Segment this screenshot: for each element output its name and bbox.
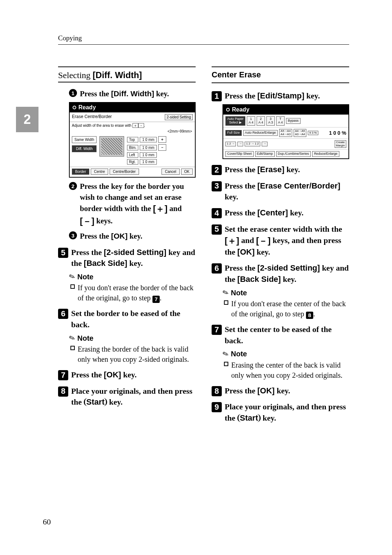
start-key-icon: Start <box>237 414 261 422</box>
pencil-icon: ✎ <box>68 333 76 343</box>
r-step-5: 5 Set the erase center width with the [＋… <box>212 224 349 258</box>
two-sided-setting-button[interactable]: 2-sided Setting <box>165 114 193 120</box>
tray-t-button[interactable]: TA 4 <box>276 116 285 126</box>
rgt-value: 1 0 mm <box>140 159 157 165</box>
ratio-preset-1[interactable]: A5→A4 A4→A3 <box>279 129 292 137</box>
cover-slip-sheet-button[interactable]: Cover/Slip Sheet <box>225 151 254 157</box>
duplex-icon-4[interactable]: → <box>262 142 268 146</box>
tray-3-button[interactable]: 3A 3 <box>266 116 275 126</box>
erase-preview-icon <box>99 136 124 157</box>
substep-1: 1 Press the [Diff. Width] key. <box>69 88 196 99</box>
bypass-button[interactable]: Bypass <box>286 118 301 124</box>
ready-panel: Ready Auto Paper Select ▶ 1A 4 2A 4 3A 3… <box>222 104 349 159</box>
step-8-badge: 8 <box>58 386 68 397</box>
diff-width-button[interactable]: Diff. Width <box>72 145 97 152</box>
centre-tab[interactable]: Centre <box>91 169 108 175</box>
r-step-6: 6 Press the [2-sided Setting] key and th… <box>212 263 349 285</box>
substep-3: 3 Press the [OK] key. <box>69 231 196 242</box>
pencil-icon: ✎ <box>221 349 230 359</box>
r-note-7-bullet: Erasing the center of the back is valid … <box>224 360 349 380</box>
top-value: 1 0 mm <box>140 137 157 142</box>
badge-2-icon: 2 <box>69 182 77 190</box>
pencil-icon: ✎ <box>68 272 76 282</box>
step-1-badge: 1 <box>212 91 222 101</box>
adjust-hint: Adjust width of the area to erase with ＋… <box>70 122 195 129</box>
centre-border-tab[interactable]: Centre/Border <box>110 169 139 175</box>
auto-paper-select-button[interactable]: Auto Paper Select ▶ <box>225 116 245 126</box>
dup-combine-series-button[interactable]: Dup./Combine/Series <box>276 151 311 157</box>
step-5: 5 Press the [2-sided Setting] key and th… <box>58 247 196 269</box>
page-number: 60 <box>43 517 51 527</box>
duplex-icon-1[interactable]: 1 2 → <box>225 142 236 146</box>
reduce-enlarge-button[interactable]: Reduce/Enlarge <box>312 151 339 157</box>
step-ref-7-icon: 7 <box>152 296 160 303</box>
tray-2-button[interactable]: 2A 4 <box>257 116 265 126</box>
step-8: 8 Place your originals, and then press t… <box>58 386 196 408</box>
start-key-icon: Start <box>84 398 107 406</box>
pencil-icon: ✎ <box>221 288 230 298</box>
step-6-badge: 6 <box>58 309 68 319</box>
ratio-display: 1 0 0 % <box>329 130 346 136</box>
note-head-6: ✎Note <box>69 334 196 343</box>
ok-button[interactable]: OK <box>181 169 193 175</box>
cancel-button[interactable]: Cancel <box>162 169 179 175</box>
right-column: Center Erase 1 Press the [Edit/Stamp] ke… <box>212 66 349 426</box>
duplex-icon-3[interactable]: 1 2 → 1 2 <box>245 142 260 146</box>
btm-label[interactable]: Btm. <box>127 145 138 150</box>
panel-heading: Erase Centre/Border <box>72 114 112 120</box>
ratio-preset-2[interactable]: A4→A5 A3→A4 <box>294 129 307 137</box>
square-bullet-icon <box>224 362 228 366</box>
ratio-93[interactable]: 9 3 % <box>308 131 318 135</box>
top-label[interactable]: Top <box>127 137 138 142</box>
r-step-7: 7 Set the center to be eased of the back… <box>212 324 349 346</box>
rgt-label[interactable]: Rgt. <box>127 159 138 165</box>
section-title-diff-width: Selecting [Diff. Width] <box>58 70 196 80</box>
badge-1-icon: 1 <box>69 89 77 97</box>
chapter-tab: 2 <box>16 107 38 132</box>
step-ref-8-icon: 8 <box>306 312 313 319</box>
running-head: Copying <box>58 34 349 45</box>
left-value: 1 0 mm <box>140 152 157 158</box>
r-note-head-7: ✎Note <box>222 350 349 358</box>
minus-button[interactable]: － <box>158 144 166 151</box>
step-7: 7 Press the [OK] key. <box>58 369 196 380</box>
border-tab[interactable]: Border <box>72 169 89 175</box>
r-step-3: 3 Press the [Erase Center/Border] key. <box>212 181 349 203</box>
section-title-center-erase: Center Erase <box>212 70 349 80</box>
note-head: ✎Note <box>69 272 196 281</box>
left-column: Selecting [Diff. Width] 1 Press the [Dif… <box>58 66 196 426</box>
tray-1-button[interactable]: 1A 4 <box>247 116 255 126</box>
badge-3-icon: 3 <box>69 231 77 239</box>
r-step-1: 1 Press the [Edit/Stamp] key. <box>212 90 349 101</box>
step-6: 6 Set the border to be eased of the back… <box>58 308 196 330</box>
r-step-9: 9 Place your originals, and then press t… <box>212 401 349 424</box>
btm-value: 1 0 mm <box>140 145 157 150</box>
note-5-bullet: If you don't erase the border of the bac… <box>70 283 196 303</box>
auto-reduce-enlarge-button[interactable]: Auto Reduce/Enlarge <box>243 130 278 136</box>
step-5-badge: 5 <box>58 248 68 258</box>
square-bullet-icon <box>70 346 75 350</box>
square-bullet-icon <box>70 284 75 289</box>
plus-button[interactable]: ＋ <box>158 136 166 143</box>
page: Copying Selecting [Diff. Width] 1 Press … <box>0 0 392 426</box>
r-note-head-6: ✎Note <box>222 288 349 297</box>
step-7-badge: 7 <box>58 370 68 380</box>
same-width-button[interactable]: Same Width <box>72 136 97 143</box>
r-step-8: 8 Press the [OK] key. <box>212 385 349 396</box>
erase-centre-border-panel: Ready Erase Centre/Border 2-sided Settin… <box>69 102 196 178</box>
full-size-button[interactable]: Full Size <box>225 130 242 136</box>
substep-2: 2 Press the key for the border you wish … <box>69 181 196 227</box>
create-margin-button[interactable]: Create Margin <box>335 140 346 148</box>
r-step-4: 4 Press the [Center] key. <box>212 207 349 218</box>
r-note-6-bullet: If you don't erase the center of the bac… <box>224 299 349 319</box>
range-label: <2mm~99mm> <box>70 129 195 134</box>
left-label[interactable]: Left <box>127 152 138 158</box>
duplex-icon-2[interactable]: → <box>237 142 243 146</box>
square-bullet-icon <box>224 300 228 305</box>
note-6-bullet: Erasing the border of the back is valid … <box>70 344 196 364</box>
r-step-2: 2 Press the [Erase] key. <box>212 164 349 175</box>
edit-stamp-button[interactable]: Edit/Stamp <box>255 151 275 157</box>
